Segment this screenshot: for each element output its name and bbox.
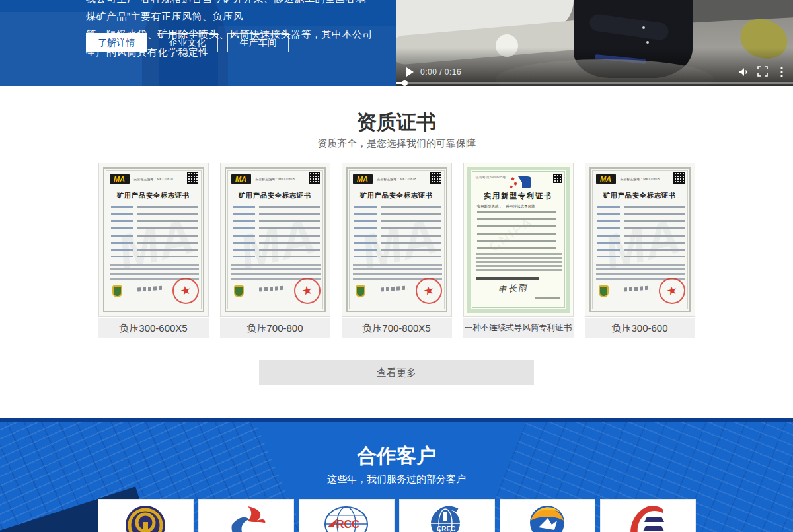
shield-badge-icon: [356, 285, 365, 297]
certificate-caption: 负压300-600X5: [98, 318, 209, 338]
volume-icon[interactable]: [737, 66, 749, 78]
patent-certificate-image[interactable]: CNIPA 证书号 第6966605号 实用新型专利证书 实用新型名称：一种不连…: [463, 163, 574, 317]
culture-button[interactable]: 企业文化: [157, 33, 218, 52]
workshop-button[interactable]: 生产车间: [227, 33, 289, 52]
partner-logo-china-railway[interactable]: [98, 499, 194, 532]
certificate-field-values: [259, 206, 320, 257]
play-icon[interactable]: [406, 67, 414, 77]
partner-logo-crec[interactable]: CREC: [399, 499, 495, 532]
railway-track-swoosh-icon: [624, 505, 671, 532]
video-jacket-button: [642, 26, 645, 29]
qr-code-icon: [430, 172, 441, 184]
company-video-player[interactable]: 0:00 / 0:16: [397, 0, 793, 86]
partner-logo-xc[interactable]: [198, 499, 294, 532]
qr-code-icon: [553, 174, 562, 183]
video-progress-bar[interactable]: [397, 82, 793, 84]
rcc-text: RCC: [336, 519, 359, 530]
patent-title: 实用新型专利证书: [464, 191, 573, 201]
certificate-caption: 一种不连续式导风筒专利证书: [463, 318, 574, 338]
crec-text: CREC: [437, 525, 455, 532]
landing-page: 我公司生产“各种规格适合当今矿井开采、隧道施工的全国各地煤矿产品”主要有正压风筒…: [0, 0, 793, 532]
certificate-field-values: [381, 206, 441, 257]
yimei-circle-icon: [529, 505, 565, 532]
crec-globe-icon: CREC: [423, 505, 471, 532]
hero-intro-line1: 我公司生产“各种规格适合当今矿井开采、隧道施工的全国各地煤矿产品”主要有正压风筒…: [86, 0, 374, 25]
partners-subtitle: 这些年，我们服务过的部分客户: [0, 473, 793, 486]
certificate-card: CNIPA 证书号 第6966605号 实用新型专利证书 实用新型名称：一种不连…: [463, 163, 574, 338]
video-controls-bar: 0:00 / 0:16: [397, 65, 793, 80]
video-background-shape: [680, 0, 793, 23]
certificate-caption: 负压700-800: [220, 318, 330, 338]
ma-certificate-title: 矿用产品安全标志证书: [221, 191, 330, 200]
hero-section: 我公司生产“各种规格适合当今矿井开采、隧道施工的全国各地煤矿产品”主要有正压风筒…: [0, 0, 397, 86]
certificate-caption: 负压300-600: [585, 318, 695, 338]
certificates-subtitle: 资质齐全，是您选择我们的可靠保障: [0, 137, 793, 150]
shield-badge-icon: [234, 285, 244, 297]
patent-subject: 实用新型名称：一种不连续式导风筒: [477, 204, 535, 209]
certificate-field-labels: [111, 206, 133, 257]
partner-logo-yimei[interactable]: 义煤集团: [500, 499, 595, 532]
fullscreen-icon[interactable]: [757, 66, 768, 77]
partner-logo-rcc[interactable]: RCC: [299, 499, 395, 532]
certificate-field-values: [624, 206, 685, 257]
partner-logo-row: RCC CREC: [0, 499, 793, 532]
rcc-globe-icon: RCC: [321, 505, 372, 532]
qr-code-icon: [187, 172, 198, 184]
qr-code-icon: [309, 172, 320, 184]
video-progress-knob[interactable]: [402, 80, 408, 86]
xc-swoosh-icon: [223, 505, 269, 532]
hero-button-row: 了解详情 企业文化 生产车间: [86, 33, 289, 52]
certificate-caption: 负压700-800X5: [342, 318, 452, 338]
certificates-section: 资质证书 资质齐全，是您选择我们的可靠保障 MA MA 安全标志编号：MKT70…: [0, 86, 793, 418]
certificate-card: MA MA 安全标志编号：MKT70618 矿用产品安全标志证书 ★ 负压700…: [342, 163, 452, 338]
shield-badge-icon: [599, 285, 609, 297]
ma-certificate-image[interactable]: MA MA 安全标志编号：MKT70618 矿用产品安全标志证书 ★: [342, 163, 452, 317]
shield-badge-icon: [112, 285, 122, 297]
video-jacket-button: [646, 41, 649, 44]
patent-date-line: [535, 297, 560, 299]
view-more-button[interactable]: 查看更多: [259, 360, 534, 385]
ma-certificate-image[interactable]: MA MA 安全标志编号：MKT70618 矿用产品安全标志证书 ★: [98, 163, 209, 317]
video-time-display: 0:00 / 0:16: [420, 67, 461, 77]
ma-certificate-title: 矿用产品安全标志证书: [585, 191, 695, 200]
cnipa-logo-icon: [508, 175, 531, 190]
certificate-card: MA MA 安全标志编号：MKT70618 矿用产品安全标志证书 ★ 负压300…: [585, 163, 695, 338]
certificate-field-labels: [354, 206, 377, 257]
ma-certificate-image[interactable]: MA MA 安全标志编号：MKT70618 矿用产品安全标志证书 ★: [585, 163, 695, 317]
ma-certificate-title: 矿用产品安全标志证书: [99, 191, 208, 200]
patent-paragraph: [476, 253, 562, 272]
ma-certificate-title: 矿用产品安全标志证书: [342, 191, 451, 200]
certificate-card: MA MA 安全标志编号：MKT70618 矿用产品安全标志证书 ★ 负压700…: [220, 163, 330, 338]
more-options-icon[interactable]: [780, 66, 784, 78]
certificate-row: MA MA 安全标志编号：MKT70618 矿用产品安全标志证书 ★ 负压300…: [0, 163, 793, 338]
patent-signature: 申长雨: [498, 282, 528, 295]
partners-section: 合作客户 这些年，我们服务过的部分客户: [0, 418, 793, 532]
partners-title: 合作客户: [0, 443, 793, 470]
certificate-field-labels: [233, 206, 255, 257]
patent-field-lines: [477, 211, 556, 250]
section-top-strip: [0, 418, 793, 422]
certificate-field-labels: [597, 206, 620, 257]
patent-dark-bar: [476, 277, 539, 280]
certificate-card: MA MA 安全标志编号：MKT70618 矿用产品安全标志证书 ★ 负压300…: [98, 163, 209, 338]
qr-code-icon: [673, 172, 685, 184]
partner-logo-railway-track[interactable]: [600, 499, 696, 532]
certificates-title: 资质证书: [0, 109, 793, 136]
china-railway-emblem-icon: [125, 505, 166, 532]
ma-certificate-image[interactable]: MA MA 安全标志编号：MKT70618 矿用产品安全标志证书 ★: [220, 163, 330, 317]
certificate-field-values: [137, 206, 198, 257]
details-button[interactable]: 了解详情: [86, 33, 147, 52]
patent-serial: 证书号 第6966605号: [476, 175, 506, 179]
